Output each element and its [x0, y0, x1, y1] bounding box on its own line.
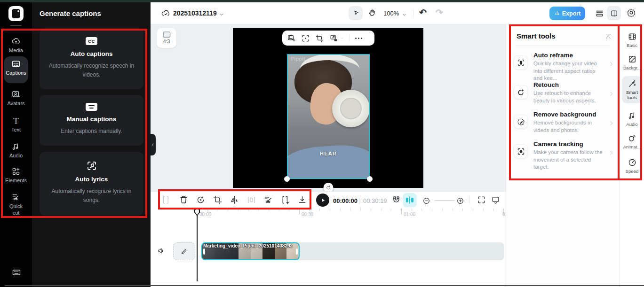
retouch-icon [514, 85, 528, 99]
ruler-label: 00:30 [302, 212, 313, 217]
redo-icon[interactable]: ↷ [436, 7, 443, 18]
sidebar-item-avatars[interactable]: Avatars [0, 90, 32, 107]
more-options-icon[interactable] [355, 38, 362, 39]
clip-trim-handle-left[interactable] [203, 248, 205, 255]
timeline-ruler[interactable] [151, 192, 506, 223]
tool-title: Remove background [533, 111, 605, 118]
header-bar: 202510312119 100% ↶ ↷ Export [151, 2, 644, 24]
sidebar-item-media[interactable]: Media [0, 37, 32, 54]
panel-title: Smart tools [517, 32, 556, 40]
avatar-add-icon [0, 90, 32, 99]
sidebar-item-smart-tools[interactable]: Smart tools [620, 79, 644, 101]
fit-frame-icon[interactable] [301, 34, 310, 43]
panel-collapse-handle[interactable] [151, 134, 156, 155]
background-icon [620, 54, 644, 64]
undo-icon[interactable]: ↶ [419, 7, 427, 18]
sidebar-item-label: Elements [0, 178, 32, 184]
export-button[interactable]: Export [549, 7, 585, 20]
sidebar-item-audio[interactable]: Audio [620, 111, 644, 127]
music-note-icon [620, 111, 644, 120]
aspect-ratio-button[interactable]: 4:3 [157, 28, 176, 48]
bottom-scrollbar[interactable] [5, 285, 644, 286]
sidebar-item-basic[interactable]: Basic [620, 32, 644, 48]
selected-video-element[interactable]: Pippit HEAR [287, 54, 370, 179]
replace-media-icon[interactable] [287, 34, 296, 43]
nav-divider [10, 25, 22, 26]
video-clip[interactable] [201, 242, 300, 260]
sidebar-item-label: Media [0, 47, 32, 54]
chevron-right-icon [608, 120, 614, 126]
pippit-logo[interactable] [8, 6, 24, 21]
edit-captions-track-button[interactable] [173, 242, 195, 260]
render-queue-icon[interactable] [595, 8, 604, 18]
project-title: 202510312119 [173, 9, 217, 17]
settings-gear-icon[interactable] [627, 8, 636, 17]
smart-tools-panel: Smart tools Auto reframeQuickly change y… [506, 24, 619, 287]
panel-title: Generate captions [40, 9, 101, 17]
smart-tool-auto-reframe[interactable]: Auto reframeQuickly change your video in… [514, 52, 613, 79]
playhead-handle[interactable] [194, 209, 200, 216]
film-strip-icon [620, 32, 644, 41]
keyboard-shortcuts-icon[interactable] [11, 268, 22, 277]
sidebar-item-animations[interactable]: Animat... [620, 133, 644, 149]
sidebar-item-label: Audio [0, 153, 32, 159]
divider [350, 34, 350, 42]
sidebar-item-audio[interactable]: Audio [0, 142, 32, 159]
swap-layer-control[interactable] [329, 34, 344, 43]
close-icon[interactable] [604, 33, 612, 40]
smart-tool-camera-tracking[interactable]: Camera trackingMake your camera follow t… [514, 140, 613, 168]
card-title: Auto lyrics [40, 176, 143, 183]
chevron-down-icon[interactable] [402, 12, 407, 17]
manual-captions-card[interactable]: Manual captions Enter captions manually. [40, 95, 143, 146]
auto-captions-card[interactable]: CC Auto captions Automatically recognize… [40, 28, 143, 89]
captions-icon [0, 59, 32, 69]
ruler-label: 00:00 [199, 212, 211, 217]
divider [413, 9, 413, 17]
cloud-upload-icon [0, 37, 32, 46]
crop-icon[interactable] [315, 34, 324, 43]
sidebar-item-background[interactable]: Backgr... [620, 54, 644, 70]
video-caption-text: HEAR [287, 151, 370, 156]
camera-tracking-icon [514, 144, 528, 158]
captions-panel: Generate captions CC Auto captions Autom… [32, 2, 151, 287]
track-mute-speaker-icon[interactable] [157, 247, 166, 255]
tool-description: Remove backgrounds in videos and photos. [533, 119, 605, 134]
tool-title: Retouch [533, 81, 605, 88]
cloud-saved-icon [161, 8, 171, 18]
animations-icon [620, 133, 644, 143]
sidebar-item-quick-cut[interactable]: Quick cut [0, 193, 32, 217]
ruler-label: 01 [502, 212, 506, 217]
playhead-line [197, 209, 198, 281]
export-label: Export [562, 10, 581, 17]
smart-tool-retouch[interactable]: RetouchUse retouch to enhance beauty in … [514, 81, 613, 109]
timeline-section: 00:00:00 00:30:19 00:00 00:30 01:00 01 M… [151, 191, 506, 287]
tool-description: Quickly change your video into different… [533, 60, 605, 82]
cursor-tool-button[interactable] [349, 6, 363, 20]
resize-handle-bottom-left[interactable] [284, 176, 290, 182]
sidebar-item-captions[interactable]: Captions [0, 59, 32, 77]
manual-captions-icon [86, 103, 97, 111]
smart-tool-remove-background[interactable]: Remove backgroundRemove backgrounds in v… [514, 111, 613, 138]
sidebar-item-elements[interactable]: Elements [0, 167, 32, 184]
card-description: Enter captions manually. [40, 127, 143, 136]
clip-trim-handle-right[interactable] [296, 248, 298, 255]
chevron-right-icon [608, 61, 614, 67]
zoom-level[interactable]: 100% [383, 10, 399, 17]
magic-wand-icon [620, 79, 644, 88]
tool-description: Use retouch to enhance beauty in various… [533, 90, 605, 104]
card-title: Auto captions [40, 50, 143, 57]
sidebar-item-speed[interactable]: Speed [620, 158, 644, 174]
layout-toggle-button[interactable] [607, 6, 621, 20]
auto-lyrics-card[interactable]: Auto lyrics Automatically recognize lyri… [40, 152, 143, 216]
chevron-down-icon[interactable] [219, 12, 224, 17]
sidebar-item-text[interactable]: T Text [0, 116, 32, 133]
sidebar-item-label: Text [0, 127, 32, 133]
sidebar-item-label: Smart tools [623, 90, 642, 101]
quick-cut-icon [0, 193, 32, 202]
hand-tool-icon[interactable] [367, 8, 377, 18]
sidebar-item-label: Avatars [0, 101, 32, 107]
sidebar-item-label: Backgr... [620, 65, 644, 70]
export-upload-icon [554, 10, 560, 16]
auto-lyrics-icon [86, 160, 97, 171]
resize-handle-bottom-right[interactable] [367, 176, 373, 182]
